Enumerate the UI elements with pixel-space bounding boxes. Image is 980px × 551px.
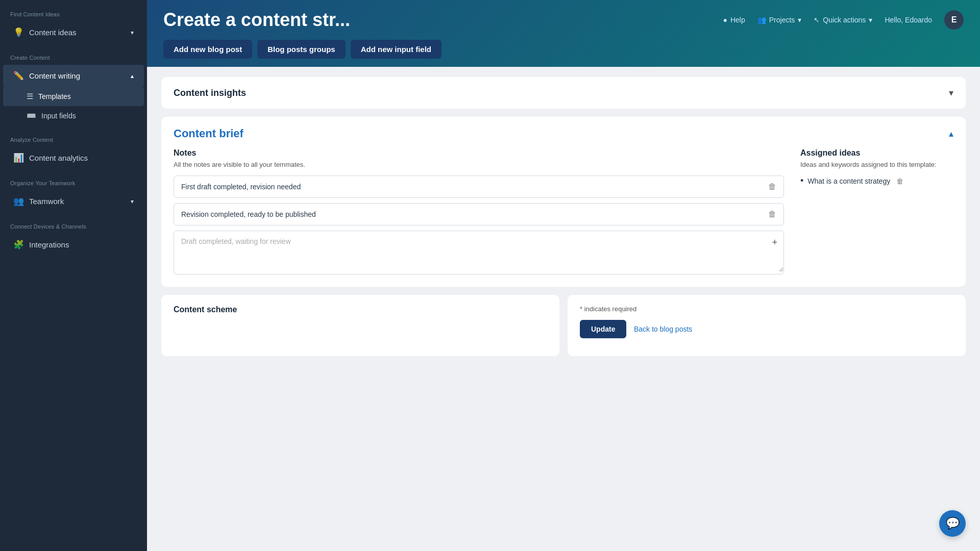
notes-subtitle: All the notes are visible to all your te… xyxy=(174,161,784,168)
projects-icon: 👥 xyxy=(757,16,766,24)
chat-icon: 💬 xyxy=(946,517,960,530)
sidebar-item-content-analytics[interactable]: 📊 Content analytics xyxy=(3,147,144,169)
help-label: Help xyxy=(730,16,745,24)
content-insights-card: Content insights ▾ xyxy=(161,77,966,109)
sidebar-section-analyze: Analyze Content 📊 Content analytics xyxy=(0,126,147,169)
required-text: * indicates required xyxy=(580,305,953,313)
sidebar-sub-item-label: Input fields xyxy=(41,112,76,120)
sidebar-section-label-organize: Organize Your Teamwork xyxy=(0,169,147,190)
list-icon: ☰ xyxy=(27,92,33,101)
hello-text: Hello, Edoardo xyxy=(885,16,932,24)
projects-label: Projects xyxy=(769,16,795,24)
sidebar-section-label-analyze: Analyze Content xyxy=(0,126,147,147)
quick-actions-button[interactable]: ↖ Quick actions ▾ xyxy=(814,16,872,24)
content-scheme-card: Content scheme xyxy=(161,295,559,356)
delete-note-1-button[interactable]: 🗑 xyxy=(768,182,776,191)
chevron-down-icon: ▾ xyxy=(131,198,134,205)
sidebar-item-label: Content writing xyxy=(29,71,80,80)
assigned-idea-text-1: What is a content strategy xyxy=(807,177,890,185)
help-button[interactable]: ● Help xyxy=(723,16,745,24)
chevron-down-icon: ▾ xyxy=(949,87,953,98)
bulb-icon: 💡 xyxy=(13,27,24,38)
team-icon: 👥 xyxy=(13,196,24,207)
avatar[interactable]: E xyxy=(944,10,964,30)
sidebar-section-label-find: Find Content Ideas xyxy=(0,0,147,21)
update-button[interactable]: Update xyxy=(580,320,626,338)
add-blog-post-button[interactable]: Add new blog post xyxy=(163,40,252,59)
assigned-ideas-subtitle: Ideas and keywords assigned to this temp… xyxy=(800,161,953,168)
help-icon: ● xyxy=(723,16,727,24)
chevron-up-icon: ▴ xyxy=(949,128,953,139)
content-brief-title: Content brief xyxy=(174,127,243,140)
keyboard-icon: ⌨️ xyxy=(27,111,36,120)
note-text-2: Revision completed, ready to be publishe… xyxy=(181,210,316,218)
content-scheme-title: Content scheme xyxy=(174,305,547,314)
add-note-button[interactable]: + xyxy=(772,237,777,248)
content-brief-card: Content brief ▴ Notes All the notes are … xyxy=(161,117,966,287)
page-header: Create a content str... ● Help 👥 Project… xyxy=(147,0,980,67)
notes-section: Notes All the notes are visible to all y… xyxy=(174,148,784,274)
sidebar-item-content-ideas[interactable]: 💡 Content ideas ▾ xyxy=(3,21,144,43)
chevron-up-icon: ▴ xyxy=(131,72,134,80)
delete-idea-1-button[interactable]: 🗑 xyxy=(896,177,903,185)
sidebar-item-integrations[interactable]: 🧩 Integrations xyxy=(3,234,144,256)
assigned-ideas-title: Assigned ideas xyxy=(800,148,953,158)
chevron-down-icon: ▾ xyxy=(869,16,872,24)
back-button[interactable]: Back to blog posts xyxy=(634,325,692,333)
add-input-field-button[interactable]: Add new input field xyxy=(351,40,442,59)
sidebar-section-label-create: Create Content xyxy=(0,43,147,65)
main-content: Create a content str... ● Help 👥 Project… xyxy=(147,0,980,551)
assigned-ideas-section: Assigned ideas Ideas and keywords assign… xyxy=(800,148,953,274)
sidebar-item-teamwork[interactable]: 👥 Teamwork ▾ xyxy=(3,190,144,212)
chart-icon: 📊 xyxy=(13,153,24,163)
note-text-1: First draft completed, revision needed xyxy=(181,183,301,191)
page-title: Create a content str... xyxy=(163,9,350,31)
notes-title: Notes xyxy=(174,148,784,158)
bottom-cards: Content scheme * indicates required Upda… xyxy=(161,295,966,356)
sidebar-section-create: Create Content ✏️ Content writing ▴ ☰ Te… xyxy=(0,43,147,126)
projects-button[interactable]: 👥 Projects ▾ xyxy=(757,16,802,24)
content-brief-header[interactable]: Content brief ▴ xyxy=(161,117,966,140)
chat-fab-button[interactable]: 💬 xyxy=(939,510,966,537)
sidebar-section-label-connect: Connect Devices & Channels xyxy=(0,212,147,234)
note-item-1: First draft completed, revision needed 🗑 xyxy=(174,176,784,198)
cursor-icon: ↖ xyxy=(814,16,820,24)
content-area: Content insights ▾ Content brief ▴ Notes… xyxy=(147,67,980,551)
header-nav: ● Help 👥 Projects ▾ ↖ Quick actions ▾ He… xyxy=(723,10,964,30)
chevron-down-icon: ▾ xyxy=(798,16,801,24)
content-insights-header[interactable]: Content insights ▾ xyxy=(161,77,966,109)
sidebar-item-content-writing[interactable]: ✏️ Content writing ▴ xyxy=(3,65,144,87)
sidebar-section-find: Find Content Ideas 💡 Content ideas ▾ xyxy=(0,0,147,43)
content-insights-title: Content insights xyxy=(174,88,246,98)
content-brief-body: Notes All the notes are visible to all y… xyxy=(161,140,966,287)
note-item-2: Revision completed, ready to be publishe… xyxy=(174,203,784,226)
bullet-icon: • xyxy=(800,176,803,186)
delete-note-2-button[interactable]: 🗑 xyxy=(768,210,776,219)
sidebar-item-label: Teamwork xyxy=(29,197,64,206)
chevron-down-icon: ▾ xyxy=(131,29,134,36)
new-note-container: + xyxy=(174,231,784,274)
puzzle-icon: 🧩 xyxy=(13,239,24,250)
required-section: * indicates required Update Back to blog… xyxy=(568,295,966,356)
sidebar-item-label: Integrations xyxy=(29,240,69,249)
sidebar-item-label: Content ideas xyxy=(29,28,77,37)
sidebar-item-input-fields[interactable]: ⌨️ Input fields xyxy=(3,106,144,126)
sidebar-section-organize: Organize Your Teamwork 👥 Teamwork ▾ xyxy=(0,169,147,212)
sidebar-item-label: Content analytics xyxy=(29,154,88,162)
sidebar: Find Content Ideas 💡 Content ideas ▾ Cre… xyxy=(0,0,147,551)
assigned-idea-1: • What is a content strategy 🗑 xyxy=(800,176,953,186)
sidebar-section-connect: Connect Devices & Channels 🧩 Integration… xyxy=(0,212,147,256)
header-action-buttons: Add new blog post Blog posts groups Add … xyxy=(163,40,964,67)
sidebar-item-templates[interactable]: ☰ Templates xyxy=(3,87,144,106)
new-note-input[interactable] xyxy=(174,231,783,272)
quick-actions-label: Quick actions xyxy=(823,16,866,24)
sidebar-sub-item-label: Templates xyxy=(38,92,71,101)
blog-posts-groups-button[interactable]: Blog posts groups xyxy=(257,40,346,59)
edit-icon: ✏️ xyxy=(13,70,24,81)
